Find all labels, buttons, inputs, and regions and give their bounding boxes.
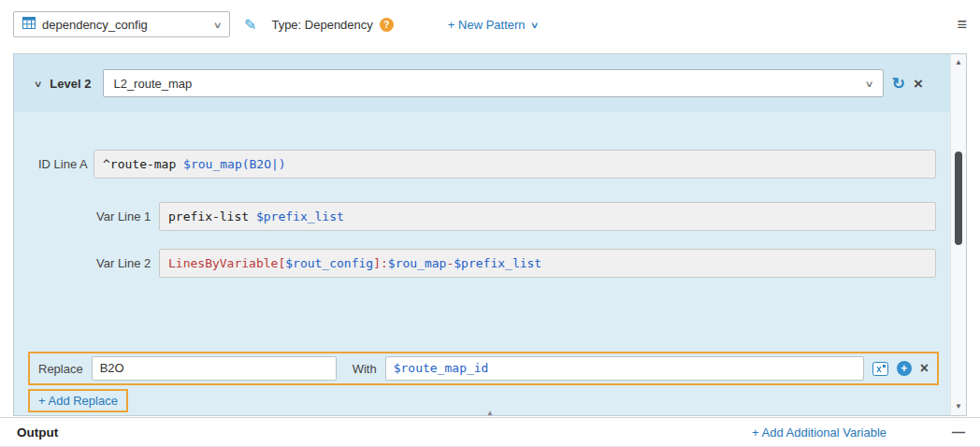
code-variable: $rout_config (285, 256, 373, 270)
chevron-down-icon: ∨ (529, 20, 539, 29)
code-text: prefix-list (168, 209, 256, 224)
minimize-icon[interactable]: — (952, 425, 965, 439)
with-input[interactable]: $route_map_id (385, 356, 864, 381)
replace-value: B2O (100, 361, 124, 375)
scroll-down-icon[interactable]: ▼ (955, 403, 962, 411)
level-pattern-value: L2_route_map (113, 77, 192, 91)
replace-input[interactable]: B2O (92, 356, 337, 381)
replace-row: Replace B2O With $route_map_id + × (28, 352, 939, 385)
level-label: Level 2 (50, 77, 91, 91)
with-value: $route_map_id (394, 361, 489, 375)
var-line-1-label: Var Line 1 (96, 209, 159, 224)
type-label: Type: Dependency (271, 18, 372, 32)
toolbar: dependency_config ∨ ✎ Type: Dependency ?… (0, 0, 980, 49)
code-variable: $prefix_list (256, 209, 344, 224)
variable-picker-icon[interactable] (872, 362, 888, 376)
id-line-a-field[interactable]: ^route-map $rou_map(B2O|) (94, 150, 936, 179)
scrollbar-thumb[interactable] (955, 151, 962, 245)
code-keyword: ]: (373, 256, 388, 270)
table-icon (22, 17, 36, 32)
code-text: ^route-map (103, 157, 183, 171)
new-pattern-button[interactable]: + New Pattern ∨ (448, 18, 538, 32)
code-keyword: LinesByVariable[ (168, 256, 285, 270)
edit-icon[interactable]: ✎ (244, 16, 256, 34)
var-line-2-row: Var Line 2 LinesByVariable[$rout_config]… (38, 249, 936, 278)
add-replace-button[interactable]: + Add Replace (28, 389, 128, 412)
var-line-1-field[interactable]: prefix-list $prefix_list (159, 202, 936, 231)
level-row: ∨ Level 2 L2_route_map ∨ ↻ × (14, 54, 966, 112)
code-variable: $rou_map (388, 256, 447, 270)
help-icon[interactable]: ? (380, 18, 394, 32)
config-file-name: dependency_config (42, 18, 148, 32)
chevron-down-icon: ∨ (865, 79, 874, 88)
vertical-scrollbar[interactable]: ▲ ▼ (950, 54, 966, 415)
new-pattern-label: + New Pattern (448, 18, 526, 32)
add-replace-pair-icon[interactable]: + (897, 361, 912, 376)
collapse-panel-icon[interactable]: ▲ (473, 409, 507, 417)
var-line-2-field[interactable]: LinesByVariable[$rout_config]:$rou_map-$… (159, 249, 936, 278)
pattern-editor-screen: dependency_config ∨ ✎ Type: Dependency ?… (0, 0, 980, 447)
id-line-a-row: ID Line A ^route-map $rou_map(B2O|) (38, 150, 936, 179)
remove-level-icon[interactable]: × (914, 76, 923, 92)
pattern-panel: ∨ Level 2 L2_route_map ∨ ↻ × ID Line A ^… (13, 53, 967, 416)
id-line-a-label: ID Line A (38, 157, 94, 171)
add-additional-variable-button[interactable]: + Add Additional Variable (752, 425, 886, 440)
var-line-1-row: Var Line 1 prefix-list $prefix_list (38, 202, 936, 231)
with-label: With (353, 362, 377, 376)
refresh-icon[interactable]: ↻ (892, 76, 905, 92)
replace-label: Replace (38, 362, 83, 376)
code-variable: $prefix_list (454, 256, 541, 270)
menu-icon[interactable]: ≡ (957, 16, 967, 33)
var-line-2-label: Var Line 2 (96, 256, 159, 270)
collapse-level-icon[interactable]: ∨ (34, 79, 43, 88)
output-label: Output (17, 425, 58, 440)
scroll-up-icon[interactable]: ▲ (955, 59, 962, 66)
output-bar: Output + Add Additional Variable — (0, 418, 980, 447)
level-pattern-select[interactable]: L2_route_map ∨ (103, 69, 883, 97)
remove-replace-icon[interactable]: × (920, 361, 929, 376)
code-variable: $rou_map(B2O|) (183, 157, 286, 171)
config-file-select[interactable]: dependency_config ∨ (13, 11, 230, 37)
chevron-down-icon: ∨ (212, 20, 222, 29)
